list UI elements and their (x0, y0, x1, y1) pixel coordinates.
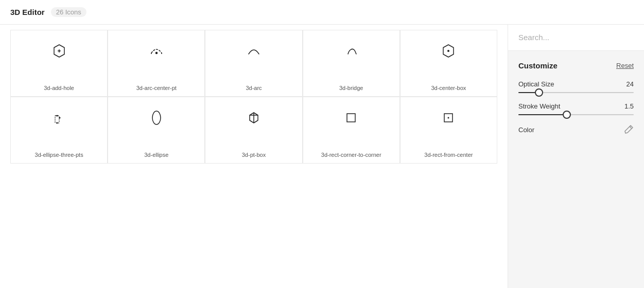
icon-cell-3d-arc-center-pt[interactable]: 3d-arc-center-pt (108, 30, 205, 97)
stroke-weight-label-row: Stroke Weight 1.5 (518, 102, 634, 110)
eyedropper-icon[interactable] (623, 124, 634, 135)
3d-add-hole-icon (49, 41, 69, 61)
icon-label-3d-center-box: 3d-center-box (431, 81, 466, 91)
layout: 3d-add-hole 3d-arc-center-pt (0, 25, 644, 288)
icon-cell-3d-bridge[interactable]: 3d-bridge (303, 30, 400, 97)
search-container (508, 25, 644, 51)
stroke-weight-control: Stroke Weight 1.5 (518, 102, 634, 115)
svg-point-2 (155, 52, 157, 54)
customize-title: Customize (518, 61, 558, 70)
3d-center-box-icon (438, 41, 459, 61)
stroke-weight-value: 1.5 (624, 102, 634, 110)
icon-grid-container: 3d-add-hole 3d-arc-center-pt (0, 25, 508, 288)
icon-label-3d-bridge: 3d-bridge (339, 81, 363, 91)
optical-size-value: 24 (626, 80, 634, 88)
header: 3D Editor 26 Icons (0, 0, 644, 25)
icon-label-3d-ellipse: 3d-ellipse (144, 148, 168, 158)
svg-line-16 (630, 127, 632, 129)
sidebar: Customize Reset Optical Size 24 Stroke W… (508, 25, 644, 288)
svg-point-9 (56, 122, 58, 124)
icon-grid: 3d-add-hole 3d-arc-center-pt (10, 30, 497, 164)
svg-point-15 (448, 117, 449, 119)
svg-rect-6 (55, 116, 59, 123)
stroke-weight-fill (518, 114, 567, 115)
3d-rect-from-center-icon (438, 107, 459, 128)
color-label: Color (518, 126, 534, 134)
stroke-weight-slider[interactable] (518, 114, 634, 115)
3d-arc-center-pt-icon (146, 41, 167, 61)
optical-size-slider[interactable] (518, 92, 634, 93)
optical-size-thumb[interactable] (535, 88, 543, 97)
stroke-weight-thumb[interactable] (563, 111, 571, 119)
icon-cell-3d-ellipse-three-pts[interactable]: 3d-ellipse-three-pts (10, 97, 108, 164)
icon-label-3d-add-hole: 3d-add-hole (44, 81, 74, 91)
svg-rect-13 (347, 114, 355, 122)
3d-rect-corner-to-corner-icon (341, 107, 361, 128)
icon-label-3d-pt-box: 3d-pt-box (242, 148, 266, 158)
3d-ellipse-icon (146, 107, 167, 128)
3d-pt-box-icon (243, 107, 264, 128)
optical-size-label: Optical Size (518, 80, 554, 88)
icon-cell-3d-add-hole[interactable]: 3d-add-hole (10, 30, 108, 97)
3d-ellipse-three-pts-icon (49, 107, 69, 128)
customize-header: Customize Reset (518, 61, 634, 70)
icon-cell-3d-ellipse[interactable]: 3d-ellipse (108, 97, 205, 164)
icon-count-badge: 26 Icons (51, 7, 86, 17)
3d-bridge-icon (341, 41, 361, 61)
icon-label-3d-rect-from-center: 3d-rect-from-center (424, 148, 473, 158)
svg-point-10 (152, 111, 161, 124)
icon-cell-3d-rect-corner-to-corner[interactable]: 3d-rect-corner-to-corner (303, 97, 400, 164)
page-title: 3D Editor (10, 8, 45, 16)
optical-size-label-row: Optical Size 24 (518, 80, 634, 88)
stroke-weight-label: Stroke Weight (518, 102, 560, 110)
3d-arc-icon (243, 41, 264, 61)
color-control: Color (518, 124, 634, 135)
search-input[interactable] (518, 33, 634, 42)
icon-label-3d-arc: 3d-arc (246, 81, 262, 91)
icon-label-3d-arc-center-pt: 3d-arc-center-pt (136, 81, 177, 91)
customize-panel: Customize Reset Optical Size 24 Stroke W… (508, 51, 644, 288)
reset-button[interactable]: Reset (616, 62, 634, 69)
svg-point-7 (59, 117, 60, 119)
icon-label-3d-rect-corner-to-corner: 3d-rect-corner-to-corner (321, 148, 381, 158)
svg-point-5 (447, 50, 449, 52)
optical-size-control: Optical Size 24 (518, 80, 634, 93)
icon-cell-3d-rect-from-center[interactable]: 3d-rect-from-center (400, 97, 497, 164)
svg-point-8 (56, 115, 58, 117)
icon-cell-3d-center-box[interactable]: 3d-center-box (400, 30, 497, 97)
icon-cell-3d-pt-box[interactable]: 3d-pt-box (205, 97, 302, 164)
icon-label-3d-ellipse-three-pts: 3d-ellipse-three-pts (35, 148, 83, 158)
icon-cell-3d-arc[interactable]: 3d-arc (205, 30, 302, 97)
